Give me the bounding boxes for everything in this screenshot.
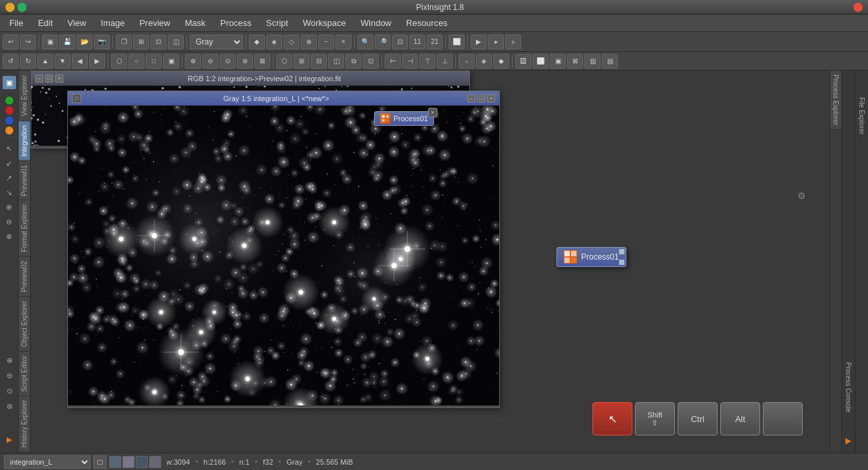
tb2-13[interactable]: ⊙	[220, 54, 236, 69]
tb-new[interactable]: ▣	[42, 35, 58, 49]
gray-window-titlebar[interactable]: □ Gray 1:5 integration_L | <*new*> – □ ×	[68, 91, 499, 106]
tb2-10[interactable]: ▣	[163, 54, 179, 69]
tb-open[interactable]: 📂	[77, 35, 93, 49]
vtab-object-explorer[interactable]: Object Explorer	[19, 296, 30, 351]
tb2-33[interactable]: ▥	[584, 54, 600, 69]
tb2-4[interactable]: ▼	[55, 54, 71, 69]
process-console-arrow[interactable]: ▶	[843, 435, 854, 446]
tb2-14[interactable]: ⊛	[237, 54, 253, 69]
vtab-view-explorer[interactable]: View Explorer	[19, 71, 30, 120]
close-controls[interactable]	[853, 3, 863, 12]
rgb-window-titlebar[interactable]: – □ × RGB 1:2 integration->Preview02 | i…	[31, 71, 469, 86]
tb2-28[interactable]: ◆	[493, 54, 509, 69]
tb2-6[interactable]: ▶	[89, 54, 105, 69]
gray-window-controls[interactable]: – □ ×	[467, 95, 495, 103]
gray-win-max[interactable]: □	[477, 95, 485, 103]
tb-zoom-fit[interactable]: ⊡	[392, 35, 408, 49]
minimize-button[interactable]	[5, 3, 15, 12]
tb2-2[interactable]: ↻	[20, 54, 36, 69]
menu-preview[interactable]: Preview	[132, 17, 176, 29]
tb-plus[interactable]: ▸	[488, 35, 504, 49]
menu-edit[interactable]: Edit	[31, 17, 59, 29]
menu-workspace[interactable]: Workspace	[296, 17, 353, 29]
rgb-win-max[interactable]: □	[45, 75, 53, 83]
tb2-17[interactable]: ⊞	[294, 54, 310, 69]
tb-stf2[interactable]: ◈	[266, 35, 282, 49]
tb-zoom-in[interactable]: 🔍	[357, 35, 373, 49]
tb2-29[interactable]: 🖼	[515, 54, 531, 69]
sidebar-nav-6[interactable]: ⊖	[3, 215, 16, 228]
tb2-26[interactable]: ⬦	[459, 54, 475, 69]
tb-a1[interactable]: ▹	[505, 35, 521, 49]
tb-full[interactable]: ⬜	[449, 35, 465, 49]
channel-select[interactable]: integration_L	[4, 455, 91, 469]
menu-image[interactable]: Image	[94, 17, 131, 29]
tb2-16[interactable]: ⬡	[276, 54, 292, 69]
tb2-30[interactable]: ⬜	[533, 54, 548, 69]
vtab-history-explorer[interactable]: History Explorer	[19, 395, 30, 451]
process01-float-widget[interactable]: Process01 ×	[374, 111, 434, 126]
sidebar-nav-3[interactable]: ↗	[3, 171, 16, 184]
sidebar-nav-2[interactable]: ↙	[3, 156, 16, 170]
tb2-31[interactable]: ▣	[550, 54, 566, 69]
rgb-win-close[interactable]: ×	[55, 75, 63, 83]
tb-link[interactable]: ⊕	[301, 35, 317, 49]
vtab-format-explorer[interactable]: Format Explorer	[19, 200, 30, 256]
tb-minus[interactable]: −	[318, 35, 334, 49]
color-swatch-2[interactable]	[122, 456, 134, 468]
tb2-5[interactable]: ◀	[72, 54, 88, 69]
tb2-19[interactable]: ◫	[328, 54, 344, 69]
tb2-20[interactable]: ⧉	[345, 54, 361, 69]
color-swatch-3[interactable]	[136, 456, 148, 468]
vtab-integration[interactable]: Integration	[19, 120, 30, 160]
process01-float-close[interactable]: ×	[428, 108, 437, 117]
maximize-button[interactable]	[17, 3, 27, 12]
tb-grid2[interactable]: ⊡	[150, 35, 166, 49]
sidebar-bottom-2[interactable]: ⊖	[3, 369, 16, 382]
tb-zoom-11[interactable]: 11	[409, 35, 425, 49]
sidebar-bottom-3[interactable]: ⊙	[3, 384, 16, 397]
tb2-25[interactable]: ⊥	[437, 54, 453, 69]
tb-grid3[interactable]: ◫	[168, 35, 184, 49]
file-explorer-label[interactable]: File Explorer	[858, 97, 865, 134]
sidebar-nav-4[interactable]: ↘	[3, 186, 16, 199]
process01-large-widget[interactable]: Process01	[556, 247, 626, 267]
tb-redo[interactable]: ↪	[20, 35, 36, 49]
tb2-3[interactable]: ▲	[37, 54, 53, 69]
menu-window[interactable]: Window	[354, 17, 398, 29]
close-button[interactable]	[853, 3, 863, 12]
menu-file[interactable]: File	[3, 17, 30, 29]
tb-stf3[interactable]: ◇	[284, 35, 300, 49]
rvtab-process-explorer[interactable]: Process Explorer	[830, 71, 841, 130]
gray-win-close[interactable]: ×	[487, 95, 495, 103]
tb-arrow[interactable]: ▶	[471, 35, 487, 49]
tb-copy[interactable]: ❐	[116, 35, 132, 49]
menu-view[interactable]: View	[61, 17, 93, 29]
tb-save[interactable]: 💾	[59, 35, 75, 49]
sidebar-bottom-4[interactable]: ⊛	[3, 399, 16, 413]
rgb-win-min[interactable]: –	[35, 75, 43, 83]
tb2-1[interactable]: ↺	[3, 54, 19, 69]
window-controls[interactable]	[5, 3, 27, 12]
tb2-23[interactable]: ⊣	[402, 54, 418, 69]
menu-mask[interactable]: Mask	[178, 17, 212, 29]
menu-script[interactable]: Script	[260, 17, 295, 29]
tb2-34[interactable]: ▤	[602, 54, 618, 69]
vtab-preview01[interactable]: Preview01	[19, 160, 30, 200]
tb-undo[interactable]: ↩	[3, 35, 19, 49]
menu-process[interactable]: Process	[214, 17, 258, 29]
tb-capture[interactable]: 📷	[94, 35, 110, 49]
gear-icon[interactable]: ⚙	[797, 190, 811, 204]
sidebar-footer-1[interactable]: ▶	[3, 433, 16, 446]
vtab-script-editor[interactable]: Script Editor	[19, 351, 30, 395]
color-swatch-1[interactable]	[109, 456, 121, 468]
color-mode-select[interactable]: Gray RGB L*a*b*	[190, 35, 243, 49]
tb-x[interactable]: ×	[335, 35, 351, 49]
sidebar-icon-active[interactable]: ▣	[3, 76, 16, 89]
gray-win-checkbox[interactable]: □	[72, 94, 81, 103]
tb-zoom-21[interactable]: 21	[427, 35, 443, 49]
tb2-7[interactable]: ⬡	[111, 54, 127, 69]
tb2-24[interactable]: ⊤	[419, 54, 435, 69]
tb2-18[interactable]: ⊟	[311, 54, 327, 69]
tb2-12[interactable]: ⊖	[202, 54, 218, 69]
